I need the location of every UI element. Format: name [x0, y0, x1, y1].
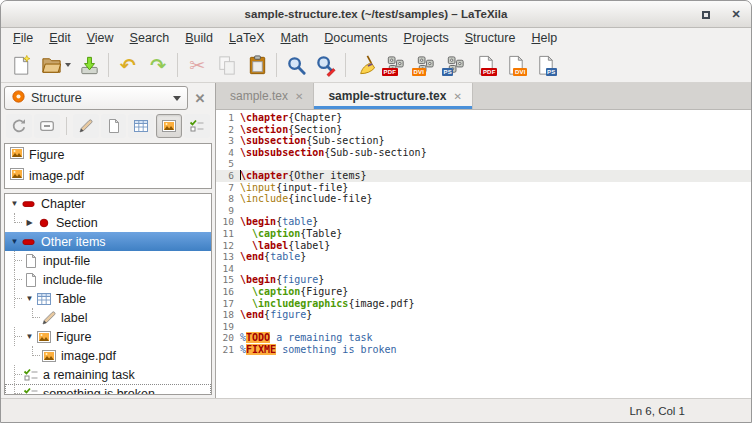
- clean-button[interactable]: [350, 51, 380, 79]
- expander-open-icon[interactable]: ▼: [8, 200, 21, 208]
- undo-button[interactable]: ↶: [113, 51, 143, 79]
- panel-selector[interactable]: Structure: [4, 86, 188, 110]
- tree-item-other-items[interactable]: ▼Other items: [5, 232, 211, 251]
- view-pdf-button[interactable]: PDF: [470, 51, 500, 79]
- structure-icon: [11, 89, 26, 108]
- build-pdf-button[interactable]: PDF: [380, 51, 410, 79]
- toolbar-separator: [177, 53, 178, 77]
- code-text: \subsection{Sub-section}: [240, 135, 385, 147]
- menu-search[interactable]: Search: [122, 29, 178, 47]
- tree-item-label: Table: [56, 292, 86, 306]
- expander-open-icon[interactable]: ▼: [8, 238, 21, 246]
- search-replace-button[interactable]: [311, 51, 341, 79]
- menu-build[interactable]: Build: [177, 29, 221, 47]
- list-item-figure[interactable]: Figure: [5, 144, 211, 165]
- label-icon: [41, 310, 57, 326]
- menu-help[interactable]: Help: [523, 29, 565, 47]
- redo-button[interactable]: ↷: [143, 51, 173, 79]
- tree-line: [26, 346, 41, 365]
- list-item-image-pdf[interactable]: image.pdf: [5, 165, 211, 186]
- show-tables-button[interactable]: [128, 114, 154, 138]
- tab-sample-structure-tex[interactable]: sample-structure.tex✕: [314, 83, 472, 109]
- redo-icon: ↷: [150, 56, 166, 75]
- menu-documents[interactable]: Documents: [316, 29, 395, 47]
- menu-math[interactable]: Math: [272, 29, 316, 47]
- expander-closed-icon[interactable]: ▶: [23, 219, 36, 227]
- menu-latex[interactable]: LaTeX: [221, 29, 272, 47]
- build-dvi-badge: DVI: [412, 68, 426, 76]
- tab-close-icon[interactable]: ✕: [295, 91, 303, 102]
- image-icon: [41, 348, 57, 364]
- tree-item-chapter[interactable]: ▼Chapter: [5, 194, 211, 213]
- code-editor[interactable]: 1\chapter{Chapter}2\section{Section}3\su…: [216, 110, 751, 398]
- line-number: 11: [216, 228, 234, 240]
- view-ps-button[interactable]: PS: [530, 51, 560, 79]
- panel-selector-value: Structure: [31, 91, 168, 105]
- show-labels-button[interactable]: [73, 114, 99, 138]
- paste-button[interactable]: [242, 51, 272, 79]
- maximize-button[interactable]: [699, 8, 713, 22]
- panel-close-button[interactable]: ✕: [188, 86, 212, 110]
- build-ps-button[interactable]: PS: [440, 51, 470, 79]
- code-text: \includegraphics{image.pdf}: [240, 298, 415, 310]
- line-number: 5: [216, 158, 234, 170]
- code-text: \begin{table}: [240, 216, 318, 228]
- search-button[interactable]: [281, 51, 311, 79]
- line-number: 4: [216, 147, 234, 159]
- menu-file[interactable]: File: [5, 29, 41, 47]
- tree-item-something-is-broken[interactable]: something is broken: [5, 384, 211, 395]
- show-figures-icon: [161, 118, 177, 134]
- line-number: 2: [216, 124, 234, 136]
- todo-icon: [23, 367, 39, 383]
- tree-item-table[interactable]: ▼Table: [5, 289, 211, 308]
- show-todos-button[interactable]: [184, 114, 210, 138]
- code-text: \section{Section}: [240, 124, 342, 136]
- show-labels-icon: [78, 118, 94, 134]
- menu-projects[interactable]: Projects: [396, 29, 457, 47]
- tree-item-include-file[interactable]: include-file: [5, 270, 211, 289]
- new-document-button[interactable]: [6, 51, 36, 79]
- title-bar[interactable]: sample-structure.tex (~/test/samples) – …: [1, 1, 751, 28]
- tree-item-input-file[interactable]: input-file: [5, 251, 211, 270]
- tab-sample-tex[interactable]: sample.tex✕: [216, 83, 314, 109]
- expander-open-icon[interactable]: ▼: [23, 295, 36, 303]
- menu-view[interactable]: View: [79, 29, 122, 47]
- cut-icon: ✂: [189, 56, 205, 75]
- menu-structure[interactable]: Structure: [457, 29, 524, 47]
- build-dvi-button[interactable]: DVI: [410, 51, 440, 79]
- code-line-16: 16 \caption{Figure}: [216, 286, 751, 298]
- code-line-11: 11 \caption{Table}: [216, 228, 751, 240]
- tab-close-icon[interactable]: ✕: [453, 91, 461, 102]
- open-document-button[interactable]: [36, 51, 74, 79]
- code-line-15: 15\begin{figure}: [216, 274, 751, 286]
- tree-item-label[interactable]: label: [5, 308, 211, 327]
- tree-item-figure[interactable]: ▼Figure: [5, 327, 211, 346]
- chevron-down-icon: [173, 96, 181, 101]
- image-icon: [36, 329, 52, 345]
- expander-open-icon[interactable]: ▼: [23, 333, 36, 341]
- build-pdf-badge: PDF: [382, 68, 398, 76]
- tree-item-section[interactable]: ▶Section: [5, 213, 211, 232]
- save-icon: [78, 54, 101, 77]
- tree-item-a-remaining-task[interactable]: a remaining task: [5, 365, 211, 384]
- close-button[interactable]: ✕: [729, 8, 743, 22]
- code-text: \caption{Figure}: [240, 286, 348, 298]
- tree-item-label: Section: [56, 216, 98, 230]
- menu-edit[interactable]: Edit: [41, 29, 79, 47]
- line-number: 3: [216, 135, 234, 147]
- view-dvi-button[interactable]: DVI: [500, 51, 530, 79]
- line-number: 14: [216, 263, 234, 275]
- tree-line: [8, 270, 23, 289]
- tree-line: [8, 327, 23, 346]
- todo-icon: [23, 386, 39, 396]
- table-icon: [36, 291, 52, 307]
- show-figures-button[interactable]: [156, 114, 182, 138]
- line-number: 17: [216, 298, 234, 310]
- tree-item-image-pdf[interactable]: image.pdf: [5, 346, 211, 365]
- refresh-button[interactable]: [6, 114, 32, 138]
- tree-item-label: something is broken: [43, 387, 155, 396]
- save-button[interactable]: [74, 51, 104, 79]
- collapse-all-button[interactable]: [34, 114, 60, 138]
- show-files-button[interactable]: [101, 114, 127, 138]
- view-pdf-badge: PDF: [481, 68, 497, 76]
